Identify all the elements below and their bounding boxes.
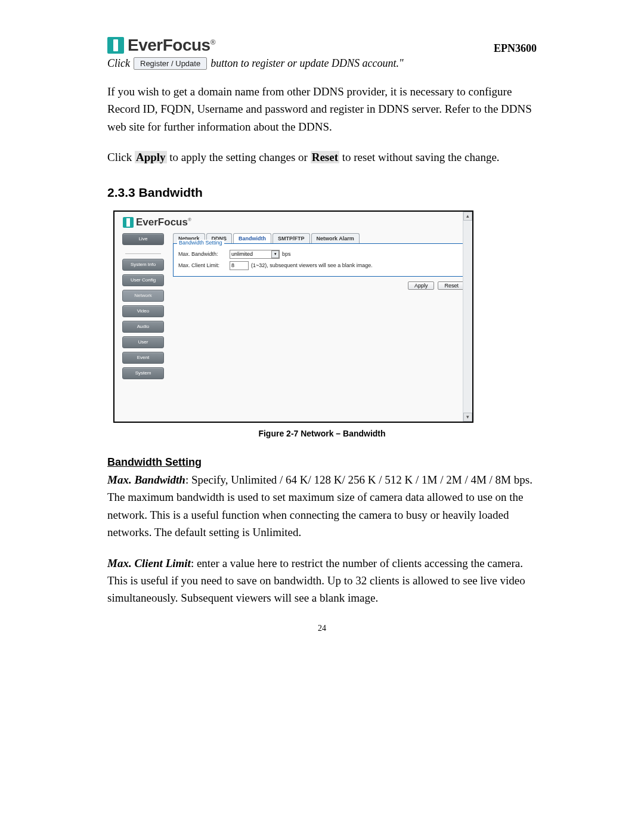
tab-smtp-ftp[interactable]: SMTP/FTP: [273, 233, 310, 243]
page-number: 24: [107, 624, 537, 633]
intro-click: Click: [107, 57, 130, 70]
fig-brand: EverFocus: [136, 216, 188, 228]
register-update-button: Register / Update: [134, 57, 207, 70]
logo-icon: [107, 37, 124, 54]
unit-bps: bps: [282, 251, 291, 257]
label-max-bandwidth: Max. Bandwidth:: [178, 251, 227, 257]
input-max-client[interactable]: 8: [230, 261, 249, 270]
max-client-label: Max. Client Limit: [107, 557, 191, 569]
sidebar-item-audio[interactable]: Audio: [122, 321, 164, 333]
apply-highlight: Apply: [135, 151, 167, 163]
brand-logo: EverFocus®: [107, 36, 215, 55]
sidebar-item-event[interactable]: Event: [122, 352, 164, 364]
sidebar-item-system-info[interactable]: System Info: [122, 259, 164, 271]
hint-max-client: (1~32), subsequent viewers will see a bl…: [251, 262, 373, 268]
main-panel: NetworkDDNSBandwidthSMTP/FTPNetwork Alar…: [173, 233, 465, 419]
max-bandwidth-label: Max. Bandwidth: [107, 473, 185, 486]
scroll-down-icon[interactable]: ▾: [463, 413, 472, 422]
sidebar-item-system[interactable]: System: [122, 367, 164, 379]
intro-line: Click Register / Update button to regist…: [107, 57, 537, 70]
fig-logo-icon: [123, 217, 134, 228]
scroll-up-icon[interactable]: ▴: [463, 212, 472, 221]
tab-network-alarm[interactable]: Network Alarm: [311, 233, 360, 243]
sidebar-item-user[interactable]: User: [122, 336, 164, 348]
subheading-bandwidth-setting: Bandwidth Setting: [107, 456, 537, 469]
brand-text: EverFocus: [128, 36, 210, 54]
paragraph-apply-reset: Click Apply to apply the setting changes…: [107, 148, 537, 166]
model-label: EPN3600: [494, 42, 537, 55]
figure-caption: Figure 2-7 Network – Bandwidth: [107, 429, 537, 438]
tab-bandwidth[interactable]: Bandwidth: [233, 233, 271, 243]
figure-bandwidth: EverFocus® Live System InfoUser ConfigNe…: [113, 210, 473, 423]
paragraph-ddns: If you wish to get a domain name from ot…: [107, 83, 537, 135]
desc-max-bandwidth: Max. Bandwidth: Specify, Unlimited / 64 …: [107, 471, 537, 541]
dropdown-max-bandwidth[interactable]: unlimited ▾: [230, 250, 280, 259]
label-max-client: Max. Client Limit:: [178, 262, 227, 268]
sidebar-item-video[interactable]: Video: [122, 305, 164, 317]
apply-button[interactable]: Apply: [408, 281, 435, 290]
reset-button[interactable]: Reset: [438, 281, 465, 290]
sidebar-item-live[interactable]: Live: [122, 233, 164, 245]
scrollbar[interactable]: ▴ ▾: [463, 212, 472, 422]
desc-max-client: Max. Client Limit: enter a value here to…: [107, 555, 537, 607]
sidebar-item-network[interactable]: Network: [122, 290, 164, 302]
chevron-down-icon: ▾: [271, 250, 279, 258]
sidebar: Live System InfoUser ConfigNetworkVideoA…: [122, 233, 165, 419]
intro-after: button to register or update DDNS accoun…: [210, 57, 403, 70]
sidebar-item-user-config[interactable]: User Config: [122, 274, 164, 286]
reset-highlight: Reset: [311, 151, 339, 163]
sidebar-divider: [125, 253, 161, 254]
fieldset-bandwidth: Bandwidth Setting Max. Bandwidth: unlimi…: [173, 243, 465, 277]
section-heading: 2.3.3 Bandwidth: [107, 185, 537, 200]
fieldset-legend: Bandwidth Setting: [177, 240, 224, 246]
